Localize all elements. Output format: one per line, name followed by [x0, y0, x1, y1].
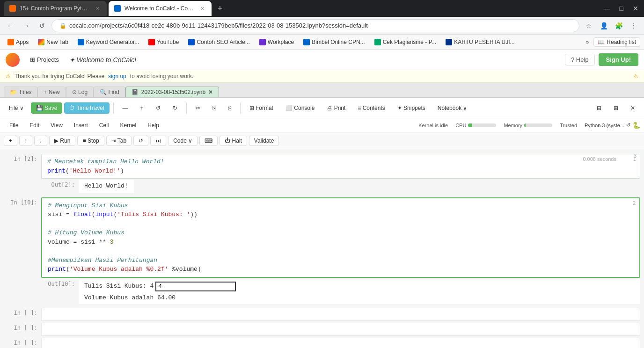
cut-button[interactable]: ✂: [190, 102, 205, 114]
code-type-selector[interactable]: Code ∨: [168, 136, 198, 146]
file-menu-button[interactable]: File ∨: [4, 102, 29, 114]
bookmark-newtab[interactable]: New Tab: [34, 38, 72, 46]
find-tab[interactable]: 🔍 Find: [94, 87, 125, 97]
code-cell-1[interactable]: 0.008 seconds 1 # Mencetak tampilan Hell…: [41, 154, 640, 179]
copy-button[interactable]: ⎘: [207, 102, 221, 114]
add-cell-button[interactable]: +: [4, 136, 17, 146]
code-cell-2[interactable]: 2 # Menginput Sisi Kubus sisi = float(in…: [41, 197, 640, 278]
projects-nav-item[interactable]: ⊞ Projects: [25, 54, 64, 65]
format-button[interactable]: ⊞ Format: [244, 102, 278, 114]
new-file-tab[interactable]: + New: [37, 87, 66, 97]
tab-close-python[interactable]: ✕: [94, 5, 101, 12]
menu-help[interactable]: Help: [142, 120, 165, 130]
tab-cocalc[interactable]: Welcome to CoCalc! - CoCalc ✕: [109, 1, 212, 16]
sisi-input[interactable]: [155, 282, 236, 291]
window-minimize[interactable]: —: [602, 3, 612, 14]
nav-back-button[interactable]: ←: [4, 19, 17, 32]
print-button[interactable]: 🖨 Print: [322, 102, 351, 114]
empty-cell-5[interactable]: [41, 338, 640, 348]
empty-cell-4[interactable]: [41, 323, 640, 336]
tab-button[interactable]: ⇥ Tab: [106, 136, 132, 146]
notebook-content[interactable]: In [2]: 0.008 seconds 1 # Mencetak tampi…: [0, 149, 644, 348]
side-button[interactable]: ⊞: [608, 102, 623, 114]
menu-cell[interactable]: Cell: [94, 120, 115, 130]
bookmark-label-workplace: Workplace: [268, 39, 294, 45]
menu-file[interactable]: File: [4, 120, 24, 130]
contents-button[interactable]: ≡ Contents: [352, 102, 390, 114]
bookmark-keyword[interactable]: Keyword Generator...: [74, 38, 143, 46]
address-bar[interactable]: 🔒 cocalc.com/projects/a6c0f418-ce2c-480b…: [51, 19, 579, 32]
redo-button[interactable]: +: [135, 102, 149, 114]
paste-button[interactable]: ⎘: [223, 102, 236, 114]
notebook-tab[interactable]: 📓 2022-03-08-153502.ipynb ✕: [125, 87, 219, 97]
toolbar-close-button[interactable]: ✕: [625, 102, 640, 114]
keyboard-button[interactable]: ⌨: [199, 136, 218, 146]
welcome-tab-item[interactable]: ✦ Welcome to CoCalc!: [69, 56, 136, 64]
bookmark-label-bimbel: Bimbel Online CPN...: [312, 39, 365, 45]
extension-icon[interactable]: 🧩: [612, 19, 625, 32]
bookmark-plagiarisme[interactable]: Cek Plagiarisme - P...: [371, 38, 440, 46]
help-button[interactable]: ? Help: [565, 54, 595, 65]
nav-forward-button[interactable]: →: [20, 19, 33, 32]
tab-python[interactable]: 15+ Contoh Program Python Se... ✕: [4, 1, 107, 16]
comment-1: # Mencetak tampilan Hello World!: [47, 158, 164, 165]
files-icon: 📁: [10, 89, 17, 95]
snippets-button[interactable]: ✦ Snippets: [392, 102, 431, 114]
menu-edit[interactable]: Edit: [24, 120, 45, 130]
bookmarks-more-button[interactable]: »: [583, 38, 592, 46]
bookmark-apps[interactable]: Apps: [4, 38, 32, 46]
window-close[interactable]: ✕: [631, 3, 640, 14]
fn-input: input: [95, 211, 113, 218]
timetravel-button[interactable]: ⏱ TimeTravel: [64, 102, 109, 114]
menu-view[interactable]: View: [45, 120, 68, 130]
code-area-2[interactable]: # Menginput Sisi Kubus sisi = float(inpu…: [42, 198, 639, 277]
python-badge[interactable]: Python 3 (syste... ↺ 🐍: [585, 122, 640, 129]
bookmark-bimbel[interactable]: Bimbel Online CPN...: [300, 38, 368, 46]
tab-close-cocalc[interactable]: ✕: [198, 5, 206, 12]
cell-number-3: 3: [634, 153, 637, 159]
warning-close-icon[interactable]: ⚠: [633, 73, 638, 80]
undo-button[interactable]: —: [117, 102, 133, 114]
reset-button[interactable]: ↺: [151, 102, 166, 114]
reset-icon: ↺: [156, 105, 161, 111]
notebook-menu-button[interactable]: Notebook ∨: [432, 102, 473, 114]
console-button[interactable]: ⬜ Console: [280, 102, 320, 114]
menu-insert[interactable]: Insert: [68, 120, 94, 130]
runall-button[interactable]: ↻: [168, 102, 183, 114]
cocalc-logo[interactable]: [6, 53, 20, 67]
notebook-close-icon[interactable]: ✕: [208, 89, 213, 95]
profile-icon[interactable]: 👤: [597, 19, 610, 32]
log-tab[interactable]: ⊙ Log: [66, 87, 94, 97]
new-tab-button[interactable]: +: [213, 2, 227, 15]
stop-button[interactable]: ■ Stop: [77, 136, 104, 146]
cell-reset-button[interactable]: ↺: [133, 136, 148, 146]
run-button[interactable]: ▶ Run: [49, 136, 75, 146]
bookmark-icon[interactable]: ☆: [582, 19, 595, 32]
cell-content-1: 0.008 seconds 1 # Mencetak tampilan Hell…: [41, 154, 640, 194]
empty-cell-3[interactable]: 3: [41, 308, 640, 321]
bookmark-seo[interactable]: Contoh SEO Article...: [184, 38, 253, 46]
window-maximize[interactable]: □: [618, 3, 625, 14]
timetravel-label: ⏱ TimeTravel: [69, 105, 104, 111]
reading-list-button[interactable]: 📖 Reading list: [593, 37, 640, 47]
bookmark-kartu[interactable]: KARTU PESERTA UJI...: [442, 38, 518, 46]
bookmark-youtube[interactable]: YouTube: [145, 38, 183, 46]
move-up-button[interactable]: ↑: [19, 136, 32, 146]
split-button[interactable]: ⊟: [592, 102, 607, 114]
bookmark-workplace[interactable]: Workplace: [256, 38, 298, 46]
move-down-button[interactable]: ↓: [34, 136, 47, 146]
menu-kernel[interactable]: Kernel: [115, 120, 142, 130]
halt-button[interactable]: ⏻ Halt: [220, 136, 247, 146]
code-area-1[interactable]: # Mencetak tampilan Hello World! print('…: [42, 154, 640, 178]
files-tab[interactable]: 📁 Files: [4, 87, 37, 97]
memory-bar: [524, 123, 552, 127]
signup-button[interactable]: Sign Up!: [599, 53, 638, 66]
warning-link[interactable]: sign up: [108, 73, 126, 80]
validate-button[interactable]: Validate: [249, 136, 279, 146]
forward-button[interactable]: ⏭: [150, 136, 166, 146]
save-button[interactable]: 💾 Save: [31, 102, 63, 114]
bookmark-favicon-seo: [188, 39, 195, 45]
settings-icon[interactable]: ⋮: [627, 19, 640, 32]
bookmark-favicon-kartu: [446, 39, 452, 45]
nav-reload-button[interactable]: ↺: [36, 19, 49, 32]
